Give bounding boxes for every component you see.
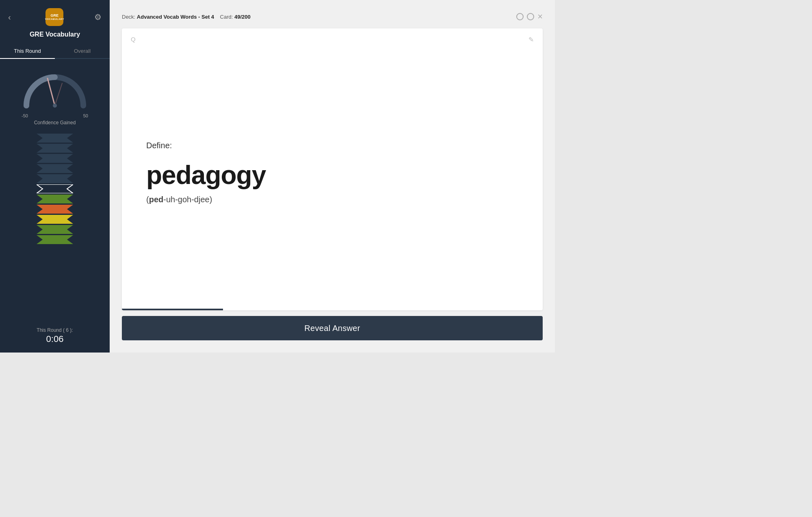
pronunciation-stressed: ped [149, 195, 164, 204]
card-value: 49/200 [234, 14, 251, 20]
deck-name: Advanced Vocab Words - Set 4 [137, 14, 214, 20]
app-logo: GRE VOCABULARY [45, 8, 63, 26]
svg-marker-5 [37, 154, 73, 163]
card-label: Card: [220, 14, 233, 20]
card-circle-icon-1 [516, 13, 524, 20]
svg-marker-12 [37, 225, 73, 234]
close-button[interactable]: × [537, 12, 543, 21]
app-logo-text: GRE VOCABULARY [45, 14, 64, 20]
svg-marker-3 [37, 134, 73, 143]
sidebar: ‹ GRE VOCABULARY ⚙ GRE Vocabulary This R… [0, 0, 110, 353]
back-button[interactable]: ‹ [8, 13, 11, 22]
chevron-green-2 [37, 225, 73, 234]
chevron-1 [37, 134, 73, 143]
svg-marker-4 [37, 144, 73, 153]
tab-overall[interactable]: Overall [55, 45, 110, 58]
svg-point-2 [53, 104, 57, 108]
chevron-yellow [37, 215, 73, 224]
tabs-row: This Round Overall [0, 45, 110, 59]
svg-marker-10 [37, 205, 73, 214]
card-icons: × [516, 12, 543, 21]
chevrons-container [37, 134, 73, 244]
chevron-2 [37, 144, 73, 153]
svg-marker-13 [37, 235, 73, 244]
gauge-svg [18, 67, 91, 112]
gauge-container [18, 67, 91, 112]
timer-value: 0:06 [37, 334, 73, 344]
svg-marker-9 [37, 195, 73, 203]
gauge-max-label: 50 [83, 113, 88, 118]
card-circle-icon-2 [527, 13, 534, 20]
word-main: pedagogy [146, 160, 266, 190]
timer-section: This Round ( 6 ): 0:06 [37, 321, 73, 344]
deck-info: Deck: Advanced Vocab Words - Set 4 Card:… [122, 14, 251, 20]
confidence-label: Confidence Gained [34, 120, 76, 125]
define-label: Define: [146, 141, 172, 150]
svg-marker-6 [37, 164, 73, 173]
reveal-answer-button[interactable]: Reveal Answer [122, 316, 543, 340]
pronunciation-prefix: ( [146, 195, 149, 204]
sidebar-top-row: ‹ GRE VOCABULARY ⚙ [0, 8, 110, 26]
card-progress-bar [122, 309, 223, 310]
flashcard: Q ✎ Define: pedagogy (ped-uh-goh-djee) [122, 28, 543, 310]
deck-label: Deck: [122, 14, 135, 20]
pronunciation-rest: -uh-goh-djee) [163, 195, 212, 204]
tab-this-round[interactable]: This Round [0, 45, 55, 58]
card-q-label: Q [131, 36, 136, 43]
chevron-outline [37, 184, 73, 193]
svg-marker-11 [37, 215, 73, 224]
main-area: Deck: Advanced Vocab Words - Set 4 Card:… [110, 0, 555, 353]
svg-line-1 [55, 83, 62, 106]
chevron-orange [37, 205, 73, 214]
word-pronunciation: (ped-uh-goh-djee) [146, 195, 212, 204]
card-content: Define: pedagogy (ped-uh-goh-djee) [122, 28, 543, 309]
card-edit-button[interactable]: ✎ [528, 36, 534, 43]
chevron-3 [37, 154, 73, 163]
timer-label: This Round ( 6 ): [37, 327, 73, 333]
card-header: Deck: Advanced Vocab Words - Set 4 Card:… [122, 12, 543, 21]
svg-marker-7 [37, 174, 73, 183]
svg-line-0 [48, 78, 55, 106]
gear-button[interactable]: ⚙ [94, 12, 102, 22]
gauge-labels: -50 50 [18, 113, 91, 118]
chevron-5 [37, 174, 73, 183]
gauge-min-label: -50 [22, 113, 28, 118]
sidebar-title: GRE Vocabulary [0, 31, 110, 38]
chevron-green-1 [37, 195, 73, 203]
chevron-4 [37, 164, 73, 173]
chevron-green-3 [37, 235, 73, 244]
svg-marker-8 [37, 184, 73, 193]
